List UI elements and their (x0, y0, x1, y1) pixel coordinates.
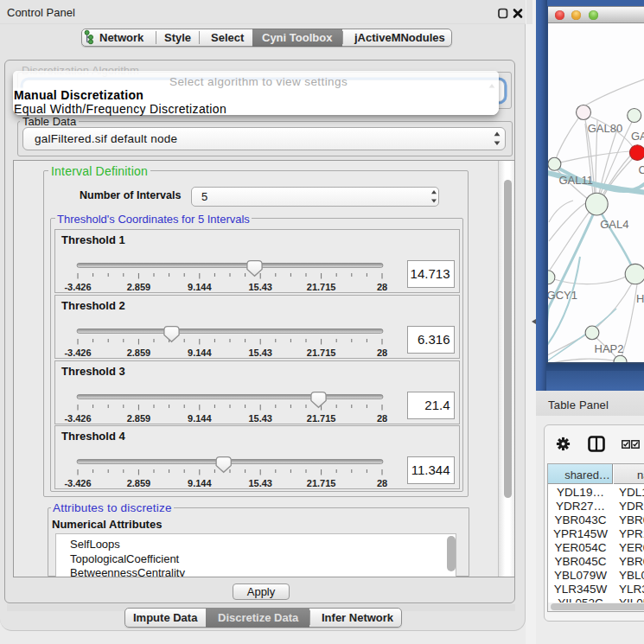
svg-text:15.43: 15.43 (248, 348, 272, 358)
svg-text:9.144: 9.144 (188, 413, 212, 424)
svg-text:C: C (638, 163, 644, 176)
svg-text:2.859: 2.859 (127, 282, 151, 292)
svg-text:21.715: 21.715 (307, 282, 336, 292)
svg-text:15.43: 15.43 (248, 282, 272, 292)
svg-text:15.43: 15.43 (248, 478, 272, 488)
svg-text:9.144: 9.144 (188, 348, 212, 358)
svg-text:-3.426: -3.426 (64, 348, 91, 358)
svg-text:2.859: 2.859 (127, 348, 151, 358)
svg-text:28: 28 (377, 348, 387, 358)
svg-text:GA: GA (631, 130, 644, 143)
svg-text:-3.426: -3.426 (64, 478, 91, 488)
svg-text:28: 28 (377, 413, 387, 424)
svg-text:21.715: 21.715 (307, 478, 336, 488)
svg-text:9.144: 9.144 (188, 282, 212, 292)
svg-text:GAL4: GAL4 (600, 218, 628, 231)
svg-text:GCY1: GCY1 (547, 289, 577, 302)
svg-text:2.859: 2.859 (127, 478, 151, 488)
svg-text:28: 28 (377, 282, 387, 292)
svg-text:15.43: 15.43 (248, 413, 272, 424)
svg-text:21.715: 21.715 (307, 413, 336, 424)
svg-text:21.715: 21.715 (307, 348, 336, 358)
svg-text:GAL11: GAL11 (558, 174, 593, 187)
svg-text:HAP2: HAP2 (595, 342, 624, 355)
svg-text:-3.426: -3.426 (64, 413, 91, 424)
svg-text:9.144: 9.144 (188, 478, 212, 488)
svg-text:GAL80: GAL80 (588, 122, 622, 135)
svg-text:HI: HI (636, 292, 644, 305)
svg-text:-3.426: -3.426 (64, 282, 91, 292)
svg-text:28: 28 (377, 478, 387, 488)
svg-text:2.859: 2.859 (127, 413, 151, 424)
